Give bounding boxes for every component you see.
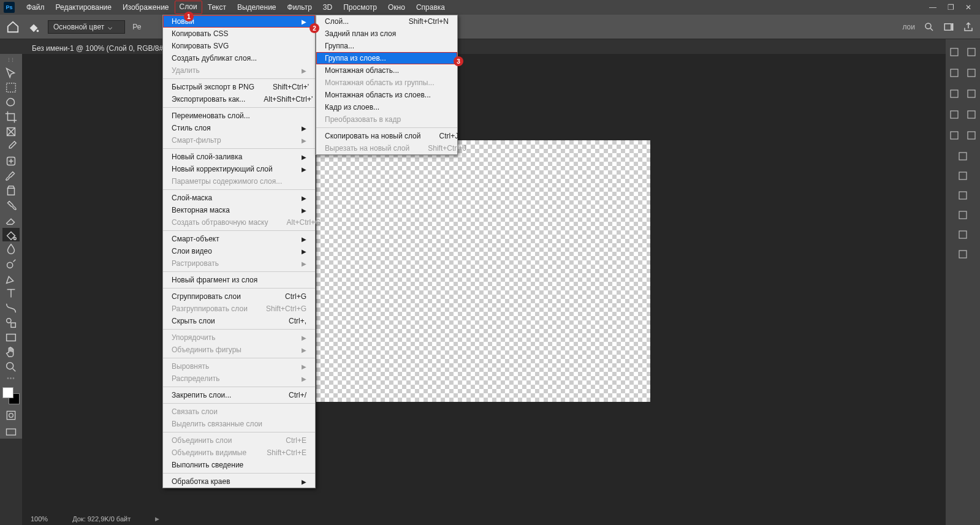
move-tool[interactable] (2, 66, 20, 80)
grid[interactable] (966, 130, 977, 141)
menu-item[interactable]: Копировать CSS (163, 28, 315, 40)
menu-item-фильтр[interactable]: Фильтр (282, 1, 317, 14)
shape-tool[interactable] (2, 316, 20, 330)
menu-item[interactable]: Создать дубликат слоя... (163, 52, 315, 64)
menu-item-редактирование[interactable]: Редактирование (50, 1, 117, 14)
brush-settings[interactable] (957, 151, 968, 162)
eyedropper-tool[interactable] (2, 140, 20, 153)
menu-item[interactable]: Копировать SVG (163, 40, 315, 52)
menu-item[interactable]: Задний план из слоя (316, 28, 457, 40)
canvas[interactable] (316, 140, 650, 402)
crop-tool[interactable] (2, 110, 20, 124)
menu-item[interactable]: Новый фрагмент из слоя (163, 274, 315, 286)
lasso-tool[interactable] (2, 96, 20, 109)
minimize-icon[interactable]: — (929, 3, 936, 12)
histogram[interactable] (949, 88, 960, 99)
statusbar-chevron-icon[interactable]: ▶ (155, 516, 159, 522)
workspace-icon[interactable] (943, 21, 954, 32)
libraries[interactable] (949, 47, 960, 58)
clone-tool[interactable] (2, 184, 20, 197)
menu-item-окно[interactable]: Окно (382, 1, 411, 14)
menu-item[interactable]: Слой-маска▶ (163, 192, 315, 204)
svg-point-7 (14, 238, 17, 240)
menu-item[interactable]: Сгруппировать слоиCtrl+G (163, 290, 315, 303)
menu-item[interactable]: Скрыть слоиCtrl+, (163, 315, 315, 327)
submenu-arrow-icon: ▶ (302, 67, 306, 74)
cc-icon[interactable] (966, 88, 977, 99)
menu-item[interactable]: Слой...Shift+Ctrl+N (316, 15, 457, 28)
menu-item[interactable]: Группа... (316, 40, 457, 52)
menu-item[interactable]: Кадр из слоев... (316, 101, 457, 113)
zoom-tool[interactable] (2, 360, 20, 374)
paragraph-a[interactable] (957, 210, 968, 221)
marquee-tool[interactable] (2, 81, 20, 94)
bucket-tool[interactable] (2, 228, 20, 241)
search-icon[interactable] (924, 21, 935, 32)
timeline[interactable] (966, 47, 977, 58)
color-swatches[interactable] (2, 387, 20, 404)
color[interactable] (949, 109, 960, 120)
align[interactable] (957, 170, 968, 181)
menu-item-выделение[interactable]: Выделение (232, 1, 282, 14)
history-tool[interactable] (2, 198, 20, 212)
home-icon[interactable] (6, 20, 20, 34)
submenu-arrow-icon: ▶ (302, 248, 306, 255)
menu-item[interactable]: Экспортировать как...Alt+Shift+Ctrl+' (163, 93, 315, 105)
menu-item[interactable]: Монтажная область... (316, 64, 457, 77)
menu-item[interactable]: Векторная маска▶ (163, 204, 315, 216)
menu-item[interactable]: Обработка краев▶ (163, 475, 315, 488)
path-tool[interactable] (2, 301, 20, 315)
pen-tool[interactable] (2, 272, 20, 285)
eraser-tool[interactable] (2, 213, 20, 227)
svg-point-0 (37, 29, 39, 32)
foreground-swatch[interactable] (2, 387, 13, 398)
fill-source-select[interactable]: Основной цвет ⌵ (48, 20, 125, 34)
info-icon[interactable] (966, 67, 977, 78)
zoom-level[interactable]: 100% (31, 515, 48, 523)
toolbar-edit-icon[interactable]: ••• (7, 375, 15, 383)
quick-mask-icon[interactable] (2, 409, 20, 421)
menu-item[interactable]: Скопировать на новый слойCtrl+J (316, 130, 457, 142)
maximize-icon[interactable]: ❐ (948, 3, 954, 12)
menu-item[interactable]: Смарт-объект▶ (163, 233, 315, 245)
menu-item-label: Объединить видимые (172, 448, 246, 457)
menu-item[interactable]: Стиль слоя▶ (163, 122, 315, 134)
menu-item[interactable]: Выполнить сведение (163, 459, 315, 471)
paragraph[interactable] (957, 229, 968, 240)
swatches[interactable] (966, 109, 977, 120)
paint-bucket-icon[interactable] (27, 20, 40, 34)
menu-item[interactable]: Закрепить слои...Ctrl+/ (163, 389, 315, 401)
rect-tool[interactable] (2, 331, 20, 344)
menu-item-label: Выровнять (172, 362, 209, 371)
healing-tool[interactable] (2, 154, 20, 168)
menu-item-3d[interactable]: 3D (317, 1, 338, 14)
hand-tool[interactable] (2, 346, 20, 359)
frame-tool[interactable] (2, 125, 20, 138)
character[interactable] (957, 190, 968, 201)
blur-tool[interactable] (2, 243, 20, 256)
menu-item-справка[interactable]: Справка (411, 1, 450, 14)
dodge-tool[interactable] (2, 257, 20, 271)
share-icon[interactable] (963, 21, 974, 32)
menu-item[interactable]: Группа из слоев... (316, 52, 457, 64)
cube-3d[interactable] (957, 249, 968, 260)
brush-tool[interactable] (2, 169, 20, 183)
screen-mode-icon[interactable] (2, 426, 20, 439)
menu-item-изображение[interactable]: Изображение (117, 1, 175, 14)
navigator[interactable] (949, 130, 960, 141)
submenu-arrow-icon: ▶ (302, 334, 306, 341)
close-icon[interactable]: ✕ (965, 3, 971, 12)
menu-item-текст[interactable]: Текст (202, 1, 232, 14)
layers-label-fragment: лои (902, 23, 915, 31)
play-icon[interactable] (949, 67, 960, 78)
menu-item[interactable]: Слои видео▶ (163, 245, 315, 257)
menu-item[interactable]: Новый слой-заливка▶ (163, 151, 315, 163)
menu-item[interactable]: Быстрый экспорт в PNGShift+Ctrl+' (163, 81, 315, 93)
menu-item-просмотр[interactable]: Просмотр (338, 1, 382, 14)
menu-item-файл[interactable]: Файл (21, 1, 50, 14)
svg-rect-4 (7, 83, 16, 93)
menu-item[interactable]: Монтажная область из слоев... (316, 89, 457, 101)
type-tool[interactable] (2, 287, 20, 300)
menu-item[interactable]: Новый корректирующий слой▶ (163, 163, 315, 175)
menu-item[interactable]: Переименовать слой... (163, 110, 315, 122)
